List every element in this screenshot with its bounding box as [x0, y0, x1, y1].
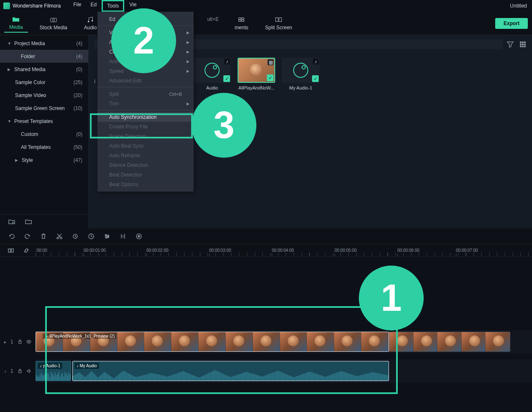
audio-track-head: ♪1 [0, 359, 36, 383]
menu-items: File Ed Tools Vie [69, 0, 141, 12]
dd-reframe[interactable]: Auto Reframe [97, 151, 194, 160]
tree-folder[interactable]: Folder(4) [0, 50, 88, 63]
timeline-toolbar [0, 228, 532, 244]
cut-icon[interactable] [56, 233, 63, 240]
annotation-2: 2 [111, 8, 176, 73]
audio-icon [293, 63, 308, 78]
tab-split-label: Split Screen [265, 25, 292, 31]
adjust-icon[interactable] [104, 233, 110, 240]
tree-preset-templates[interactable]: ▼Preset Templates [0, 115, 88, 128]
thumb-video[interactable]: ▦ ✓ AllPlayAndNoW... [238, 58, 275, 90]
link-icon[interactable] [23, 247, 30, 254]
tab-elements[interactable]: ments [230, 15, 253, 32]
thumb-audio[interactable]: ♪ ✓ Audio [193, 58, 231, 90]
svg-rect-8 [276, 18, 278, 21]
svg-point-25 [106, 237, 107, 238]
redo-icon[interactable] [24, 233, 31, 240]
sidebar-bottom [0, 214, 88, 228]
dd-beatsync[interactable]: Auto Beat Sync [97, 141, 194, 151]
svg-point-27 [138, 235, 140, 237]
lock-icon[interactable] [18, 339, 23, 344]
tree-project-media[interactable]: ▼Project Media(4) [0, 37, 88, 50]
menu-edit[interactable]: Ed [87, 0, 101, 12]
svg-point-14 [522, 44, 524, 45]
timeline-zoom-icon[interactable] [8, 247, 14, 254]
filter-icon[interactable] [507, 41, 514, 48]
tick-0: :00:00 [36, 248, 47, 253]
svg-point-2 [88, 20, 90, 22]
thumb-audio-1[interactable]: ♪ ✓ My Audio-1 [282, 58, 320, 90]
svg-rect-30 [19, 341, 21, 343]
speed-icon[interactable] [88, 233, 95, 240]
tree-custom[interactable]: Custom(0) [0, 128, 88, 141]
svg-point-11 [522, 42, 524, 43]
svg-point-16 [520, 46, 522, 47]
tree-sample-color[interactable]: Sample Color(25) [0, 76, 88, 89]
music-icon [87, 16, 94, 23]
audio-mixer-icon[interactable] [120, 233, 126, 240]
camera-icon [50, 16, 57, 23]
undo-icon[interactable] [8, 233, 15, 240]
tab-elements-label: ments [235, 25, 248, 31]
svg-rect-28 [8, 249, 10, 252]
shortcut-hint: ult+E [207, 16, 219, 22]
menu-tools[interactable]: Tools [102, 0, 124, 12]
grid-view-icon[interactable] [519, 41, 526, 48]
tab-split-screen[interactable]: Split Screen [260, 15, 297, 32]
video-clip[interactable] [389, 332, 510, 352]
svg-point-20 [60, 237, 62, 239]
tree-sample-video[interactable]: Sample Video(20) [0, 89, 88, 102]
svg-rect-5 [242, 18, 244, 19]
svg-rect-7 [242, 20, 244, 21]
new-folder-icon[interactable] [8, 218, 15, 225]
timeline-ruler[interactable]: :00:00 00:00:01:00 00:00:02:00 00:00:03:… [0, 244, 532, 257]
dd-split[interactable]: SplitCtrl+B [97, 89, 194, 99]
svg-point-19 [57, 237, 59, 239]
tab-media[interactable]: Media [4, 14, 28, 33]
marker-label: I [94, 79, 95, 84]
tool-tabs: Media Stock Media Audio ult+E ments Spli… [0, 12, 532, 35]
tick-7: 00:00:07:00 [456, 248, 478, 253]
check-icon: ✓ [223, 75, 230, 82]
logo-icon [3, 3, 10, 9]
tree-sample-green[interactable]: Sample Green Screen(10) [0, 102, 88, 115]
tick-4: 00:00:04:00 [272, 248, 294, 253]
video-badge-icon: ▦ [268, 59, 274, 65]
tick-5: 00:00:05:00 [335, 248, 357, 253]
check-icon: ✓ [267, 74, 274, 81]
svg-point-31 [28, 341, 30, 343]
audio-icon [205, 63, 220, 78]
tree-style[interactable]: ▶Style(47) [0, 154, 88, 166]
thumb-audio1-label: My Audio-1 [282, 85, 320, 90]
lock-icon[interactable] [18, 368, 23, 374]
tab-stock-media[interactable]: Stock Media [35, 15, 72, 32]
annotation-3: 3 [192, 93, 256, 158]
svg-rect-9 [279, 18, 281, 21]
tree-shared-media[interactable]: ▶Shared Media(0) [0, 63, 88, 76]
dd-silence[interactable]: Silence Detection [97, 160, 194, 170]
record-icon[interactable] [136, 233, 142, 240]
annotation-box-3 [90, 113, 193, 138]
crop-icon[interactable] [72, 233, 79, 240]
dd-beatopt[interactable]: Beat Options [97, 179, 194, 189]
eye-icon[interactable] [26, 339, 31, 344]
delete-icon[interactable] [40, 233, 47, 240]
export-button[interactable]: Export [495, 18, 528, 29]
folder-icon[interactable] [25, 218, 32, 225]
tab-media-label: Media [9, 24, 23, 30]
thumb-video-label: AllPlayAndNoW... [238, 85, 275, 90]
dd-beatdet[interactable]: Beat Detection [97, 170, 194, 179]
split-screen-icon [275, 16, 282, 23]
music-badge-icon: ♪ [313, 59, 319, 64]
mute-icon[interactable] [26, 368, 31, 374]
svg-point-18 [524, 46, 526, 47]
music-badge-icon: ♪ [224, 59, 230, 64]
dd-advanced[interactable]: Advanced Edit [97, 76, 194, 85]
tree-all-templates[interactable]: All Templates(50) [0, 141, 88, 154]
svg-point-15 [524, 44, 526, 45]
elements-icon [238, 16, 245, 23]
svg-point-23 [105, 234, 107, 235]
menu-file[interactable]: File [69, 0, 85, 12]
dd-trim[interactable]: Trim▶ [97, 99, 194, 108]
svg-point-1 [52, 19, 54, 21]
